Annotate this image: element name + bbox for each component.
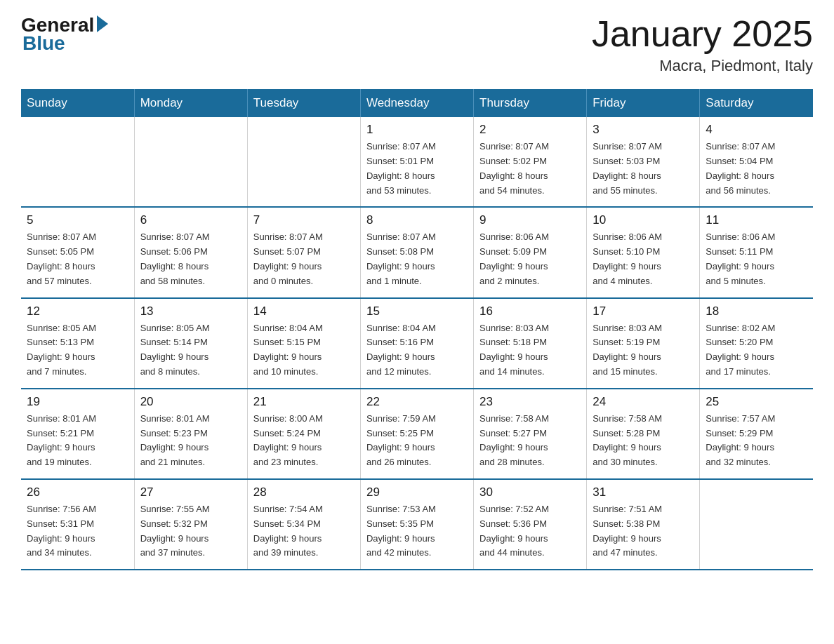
day-info: Sunrise: 8:07 AM Sunset: 5:04 PM Dayligh… <box>706 140 807 198</box>
day-number: 22 <box>366 395 468 409</box>
day-number: 9 <box>479 213 581 227</box>
calendar-body: 1Sunrise: 8:07 AM Sunset: 5:01 PM Daylig… <box>21 117 813 570</box>
day-info: Sunrise: 8:03 AM Sunset: 5:18 PM Dayligh… <box>479 321 581 380</box>
day-number: 3 <box>593 123 694 137</box>
day-info: Sunrise: 7:51 AM Sunset: 5:38 PM Dayligh… <box>593 502 694 561</box>
day-info: Sunrise: 7:55 AM Sunset: 5:32 PM Dayligh… <box>140 502 241 561</box>
calendar-cell: 30Sunrise: 7:52 AM Sunset: 5:36 PM Dayli… <box>474 479 587 570</box>
calendar-cell: 25Sunrise: 7:57 AM Sunset: 5:29 PM Dayli… <box>700 389 813 479</box>
calendar-cell: 13Sunrise: 8:05 AM Sunset: 5:14 PM Dayli… <box>134 298 247 389</box>
day-number: 7 <box>253 213 355 227</box>
day-number: 31 <box>593 485 694 499</box>
calendar-cell <box>700 479 813 570</box>
calendar-cell: 23Sunrise: 7:58 AM Sunset: 5:27 PM Dayli… <box>474 389 587 479</box>
day-number: 17 <box>593 304 694 318</box>
day-number: 6 <box>140 213 241 227</box>
day-info: Sunrise: 8:06 AM Sunset: 5:09 PM Dayligh… <box>479 230 581 288</box>
day-info: Sunrise: 8:04 AM Sunset: 5:16 PM Dayligh… <box>366 321 468 380</box>
calendar-cell: 14Sunrise: 8:04 AM Sunset: 5:15 PM Dayli… <box>247 298 360 389</box>
calendar-cell: 26Sunrise: 7:56 AM Sunset: 5:31 PM Dayli… <box>21 479 134 570</box>
calendar-cell: 7Sunrise: 8:07 AM Sunset: 5:07 PM Daylig… <box>247 207 360 297</box>
weekday-header-row: SundayMondayTuesdayWednesdayThursdayFrid… <box>21 89 813 117</box>
day-info: Sunrise: 7:58 AM Sunset: 5:27 PM Dayligh… <box>479 412 581 470</box>
day-number: 20 <box>140 395 241 409</box>
calendar-cell: 8Sunrise: 8:07 AM Sunset: 5:08 PM Daylig… <box>360 207 473 297</box>
day-info: Sunrise: 8:06 AM Sunset: 5:11 PM Dayligh… <box>706 230 807 288</box>
day-info: Sunrise: 8:05 AM Sunset: 5:14 PM Dayligh… <box>140 321 241 380</box>
calendar-week-1: 5Sunrise: 8:07 AM Sunset: 5:05 PM Daylig… <box>21 207 813 297</box>
month-title: January 2025 <box>592 14 813 54</box>
calendar-cell: 31Sunrise: 7:51 AM Sunset: 5:38 PM Dayli… <box>587 479 700 570</box>
day-info: Sunrise: 8:07 AM Sunset: 5:06 PM Dayligh… <box>140 230 241 288</box>
calendar-header: SundayMondayTuesdayWednesdayThursdayFrid… <box>21 89 813 117</box>
calendar-week-3: 19Sunrise: 8:01 AM Sunset: 5:21 PM Dayli… <box>21 389 813 479</box>
day-info: Sunrise: 8:01 AM Sunset: 5:23 PM Dayligh… <box>140 412 241 470</box>
day-number: 26 <box>27 485 128 499</box>
day-info: Sunrise: 8:03 AM Sunset: 5:19 PM Dayligh… <box>593 321 694 380</box>
day-info: Sunrise: 8:06 AM Sunset: 5:10 PM Dayligh… <box>593 230 694 288</box>
calendar-cell: 12Sunrise: 8:05 AM Sunset: 5:13 PM Dayli… <box>21 298 134 389</box>
logo-arrow-icon <box>97 15 108 32</box>
calendar-week-2: 12Sunrise: 8:05 AM Sunset: 5:13 PM Dayli… <box>21 298 813 389</box>
calendar-cell: 20Sunrise: 8:01 AM Sunset: 5:23 PM Dayli… <box>134 389 247 479</box>
day-number: 19 <box>27 395 128 409</box>
calendar-week-0: 1Sunrise: 8:07 AM Sunset: 5:01 PM Daylig… <box>21 117 813 207</box>
calendar-cell <box>21 117 134 207</box>
calendar-cell <box>134 117 247 207</box>
day-number: 11 <box>706 213 807 227</box>
calendar-cell: 18Sunrise: 8:02 AM Sunset: 5:20 PM Dayli… <box>700 298 813 389</box>
day-info: Sunrise: 8:05 AM Sunset: 5:13 PM Dayligh… <box>27 321 128 380</box>
day-number: 24 <box>593 395 694 409</box>
day-info: Sunrise: 8:02 AM Sunset: 5:20 PM Dayligh… <box>706 321 807 380</box>
logo: General Blue <box>21 14 108 55</box>
day-info: Sunrise: 7:53 AM Sunset: 5:35 PM Dayligh… <box>366 502 468 561</box>
day-number: 25 <box>706 395 807 409</box>
weekday-header-thursday: Thursday <box>474 89 587 117</box>
day-number: 14 <box>253 304 355 318</box>
day-number: 30 <box>479 485 581 499</box>
day-number: 13 <box>140 304 241 318</box>
day-number: 8 <box>366 213 468 227</box>
calendar-week-4: 26Sunrise: 7:56 AM Sunset: 5:31 PM Dayli… <box>21 479 813 570</box>
page-header: General Blue January 2025 Macra, Piedmon… <box>21 14 813 75</box>
calendar-cell: 28Sunrise: 7:54 AM Sunset: 5:34 PM Dayli… <box>247 479 360 570</box>
day-number: 21 <box>253 395 355 409</box>
day-info: Sunrise: 7:56 AM Sunset: 5:31 PM Dayligh… <box>27 502 128 561</box>
day-number: 18 <box>706 304 807 318</box>
location-label: Macra, Piedmont, Italy <box>592 57 813 75</box>
day-info: Sunrise: 8:07 AM Sunset: 5:08 PM Dayligh… <box>366 230 468 288</box>
weekday-header-sunday: Sunday <box>21 89 134 117</box>
calendar-cell: 11Sunrise: 8:06 AM Sunset: 5:11 PM Dayli… <box>700 207 813 297</box>
calendar-cell: 6Sunrise: 8:07 AM Sunset: 5:06 PM Daylig… <box>134 207 247 297</box>
weekday-header-tuesday: Tuesday <box>247 89 360 117</box>
day-number: 15 <box>366 304 468 318</box>
calendar-cell: 4Sunrise: 8:07 AM Sunset: 5:04 PM Daylig… <box>700 117 813 207</box>
day-number: 16 <box>479 304 581 318</box>
title-area: January 2025 Macra, Piedmont, Italy <box>592 14 813 75</box>
day-info: Sunrise: 7:54 AM Sunset: 5:34 PM Dayligh… <box>253 502 355 561</box>
day-number: 4 <box>706 123 807 137</box>
day-info: Sunrise: 8:07 AM Sunset: 5:02 PM Dayligh… <box>479 140 581 198</box>
day-info: Sunrise: 8:00 AM Sunset: 5:24 PM Dayligh… <box>253 412 355 470</box>
calendar-cell: 24Sunrise: 7:58 AM Sunset: 5:28 PM Dayli… <box>587 389 700 479</box>
calendar-cell: 10Sunrise: 8:06 AM Sunset: 5:10 PM Dayli… <box>587 207 700 297</box>
calendar-cell: 16Sunrise: 8:03 AM Sunset: 5:18 PM Dayli… <box>474 298 587 389</box>
weekday-header-friday: Friday <box>587 89 700 117</box>
calendar-cell <box>247 117 360 207</box>
logo-blue-text: Blue <box>22 32 65 55</box>
day-info: Sunrise: 7:57 AM Sunset: 5:29 PM Dayligh… <box>706 412 807 470</box>
weekday-header-wednesday: Wednesday <box>360 89 473 117</box>
day-number: 23 <box>479 395 581 409</box>
day-info: Sunrise: 8:07 AM Sunset: 5:03 PM Dayligh… <box>593 140 694 198</box>
day-info: Sunrise: 7:58 AM Sunset: 5:28 PM Dayligh… <box>593 412 694 470</box>
calendar-cell: 1Sunrise: 8:07 AM Sunset: 5:01 PM Daylig… <box>360 117 473 207</box>
weekday-header-monday: Monday <box>134 89 247 117</box>
day-info: Sunrise: 8:07 AM Sunset: 5:07 PM Dayligh… <box>253 230 355 288</box>
weekday-header-saturday: Saturday <box>700 89 813 117</box>
calendar-cell: 3Sunrise: 8:07 AM Sunset: 5:03 PM Daylig… <box>587 117 700 207</box>
calendar-cell: 17Sunrise: 8:03 AM Sunset: 5:19 PM Dayli… <box>587 298 700 389</box>
day-info: Sunrise: 8:01 AM Sunset: 5:21 PM Dayligh… <box>27 412 128 470</box>
calendar-cell: 22Sunrise: 7:59 AM Sunset: 5:25 PM Dayli… <box>360 389 473 479</box>
day-number: 27 <box>140 485 241 499</box>
day-info: Sunrise: 8:07 AM Sunset: 5:05 PM Dayligh… <box>27 230 128 288</box>
